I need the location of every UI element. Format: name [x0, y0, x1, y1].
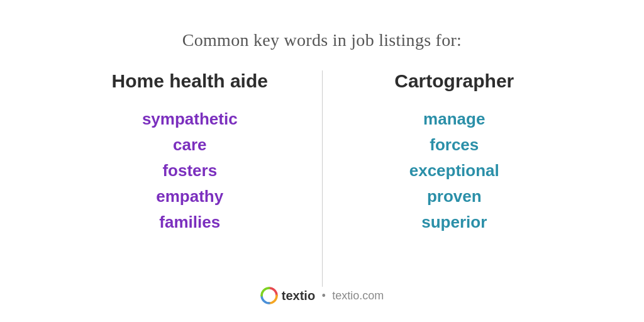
list-item: empathy [156, 187, 223, 206]
list-item: fosters [162, 161, 217, 180]
left-keywords: sympathetic care fosters empathy familie… [142, 109, 238, 232]
columns-wrapper: Home health aide sympathetic care foster… [64, 70, 580, 287]
list-item: superior [421, 213, 487, 232]
page-title: Common key words in job listings for: [182, 30, 462, 50]
list-item: exceptional [409, 161, 499, 180]
brand-name: textio [282, 289, 315, 303]
left-column-title: Home health aide [112, 70, 268, 92]
list-item: forces [430, 135, 479, 155]
list-item: families [159, 213, 220, 232]
footer: textio • textio.com [260, 287, 384, 304]
textio-logo: textio [260, 287, 315, 304]
right-column: Cartographer manage forces exceptional p… [329, 70, 580, 287]
logo-icon [260, 287, 278, 304]
footer-separator: • [321, 289, 326, 303]
footer-url: textio.com [332, 289, 384, 303]
right-column-title: Cartographer [394, 70, 514, 92]
list-item: care [173, 135, 207, 155]
list-item: sympathetic [142, 109, 238, 129]
right-keywords: manage forces exceptional proven superio… [409, 109, 499, 232]
list-item: manage [423, 109, 485, 129]
list-item: proven [427, 187, 482, 206]
column-divider [322, 70, 323, 287]
left-column: Home health aide sympathetic care foster… [64, 70, 316, 287]
